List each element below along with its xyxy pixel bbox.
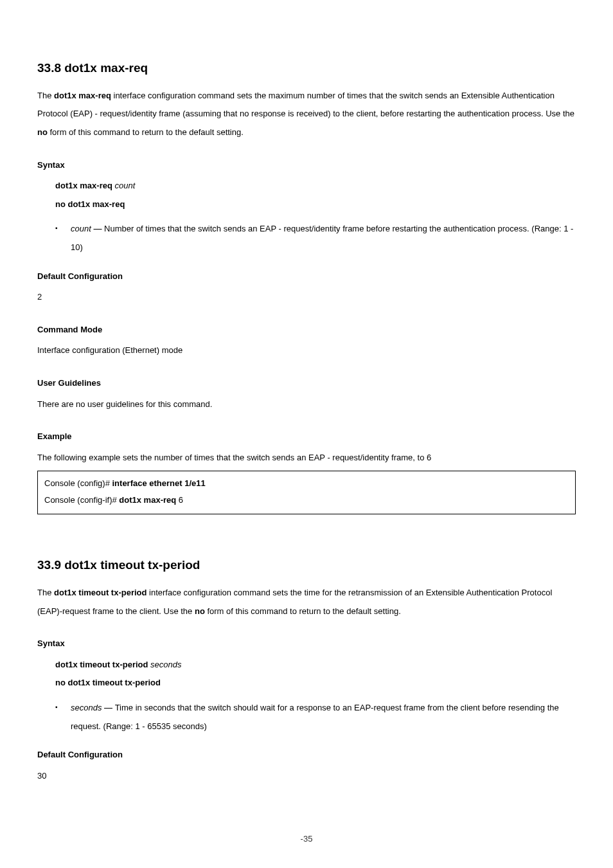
code-line: Console (config)# interface ethernet 1/e… — [44, 475, 569, 492]
syntax-line: dot1x timeout tx-period seconds — [37, 656, 576, 674]
cmd-name: dot1x timeout tx-period — [54, 588, 147, 597]
default-value-2: 30 — [37, 767, 576, 786]
mode-value-1: Interface configuration (Ethernet) mode — [37, 341, 576, 360]
syntax-arg: seconds — [150, 660, 181, 669]
param-bullet-1: count — Number of times that the switch … — [55, 220, 576, 257]
prompt: Console (config)# — [44, 478, 112, 488]
syntax-arg: count — [114, 181, 135, 190]
section-heading-2: 33.9 dot1x timeout tx-period — [37, 552, 576, 579]
section-heading-1: 33.8 dot1x max-req — [37, 55, 576, 82]
param-name: count — — [71, 224, 104, 233]
cmd: interface ethernet 1/e11 — [112, 478, 206, 488]
description-1: The dot1x max-req interface configuratio… — [37, 87, 576, 142]
description-2: The dot1x timeout tx-period interface co… — [37, 584, 576, 620]
param-text: Number of times that the switch sends an… — [71, 224, 573, 252]
default-heading-1: Default Configuration — [37, 267, 576, 286]
cmd: dot1x max-req — [119, 495, 178, 505]
example-heading-1: Example — [37, 428, 576, 446]
text: form of this command to return to the de… — [205, 606, 401, 616]
syntax-heading-1: Syntax — [37, 156, 576, 175]
syntax-cmd: dot1x timeout tx-period — [55, 660, 150, 669]
syntax-cmd: dot1x max-req — [55, 181, 114, 190]
syntax-line-no: no dot1x timeout tx-period — [37, 674, 576, 692]
syntax-line-no: no dot1x max-req — [37, 195, 576, 214]
param-text: Time in seconds that the switch should w… — [71, 703, 559, 731]
param-name: seconds — — [71, 703, 115, 712]
text: The — [37, 588, 54, 597]
cmd-name: dot1x max-req — [54, 91, 111, 100]
default-value-1: 2 — [37, 288, 576, 307]
syntax-line: dot1x max-req count — [37, 177, 576, 195]
no-keyword: no — [37, 127, 48, 137]
ug-value-1: There are no user guidelines for this co… — [37, 395, 576, 414]
text: form of this command to return to the de… — [48, 127, 244, 137]
prompt: Console (config-if)# — [44, 495, 119, 505]
no-keyword: no — [195, 606, 205, 616]
code-example-1: Console (config)# interface ethernet 1/e… — [37, 471, 576, 514]
ug-heading-1: User Guidelines — [37, 374, 576, 393]
page-number: -35 — [37, 830, 576, 849]
arg: 6 — [179, 495, 183, 505]
mode-heading-1: Command Mode — [37, 321, 576, 339]
text: interface configuration command sets the… — [37, 91, 574, 119]
default-heading-2: Default Configuration — [37, 746, 576, 764]
example-text-1: The following example sets the number of… — [37, 449, 576, 467]
syntax-heading-2: Syntax — [37, 635, 576, 653]
code-line: Console (config-if)# dot1x max-req 6 — [44, 492, 569, 509]
param-bullet-2: seconds — Time in seconds that the switc… — [55, 699, 576, 736]
text: The — [37, 91, 54, 100]
